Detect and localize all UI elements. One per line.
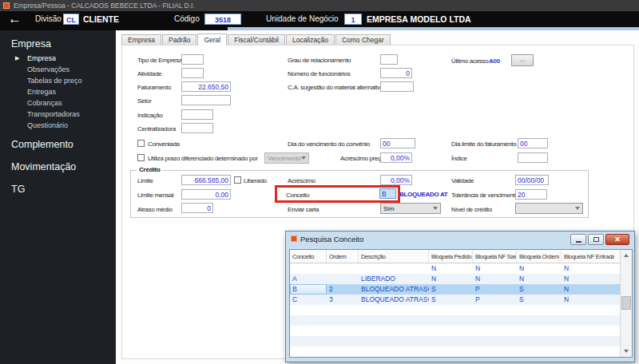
enviar-carta-dropdown[interactable]: Sim <box>380 203 441 214</box>
prazo-dropdown[interactable]: Vencimento <box>264 152 309 164</box>
sidebar-section[interactable]: Movimentação <box>0 153 116 176</box>
limite-mensal-input[interactable]: 0,00 <box>181 189 231 200</box>
ca-sugestao-input[interactable] <box>380 81 414 92</box>
code-label: Código <box>174 11 200 27</box>
centralizadora-input[interactable] <box>181 123 213 133</box>
grid-column-header[interactable]: Conceito <box>290 250 327 263</box>
sidebar-item[interactable]: ▶ Observações <box>0 64 116 75</box>
window-titlebar: Empresa/Pessoa - CALCADOS BEBECE LTDA - … <box>0 0 639 11</box>
nivel-credito-dropdown[interactable] <box>515 203 583 214</box>
close-button[interactable]: ✕ <box>605 234 629 245</box>
division-code-field[interactable]: CL <box>63 14 79 25</box>
sidebar-section[interactable]: Complemento <box>0 131 116 153</box>
sidebar-item[interactable]: ▶ Empresa <box>0 53 116 64</box>
cell-descricao: LIBERADO <box>359 274 429 284</box>
acrescimo-input[interactable]: 0,00% <box>380 175 412 185</box>
acrescimo-preco-input[interactable]: 0,00% <box>380 152 412 163</box>
validade-input[interactable]: 00/00/00 <box>515 175 549 185</box>
utiliza-prazo-checkbox[interactable] <box>137 154 145 161</box>
dialog-title: Pesquisa Conceito <box>300 235 363 243</box>
cell-bloqueia-nf-saida: P <box>473 284 517 295</box>
cell-descricao: BLOQUEADO ATRASO +15 <box>359 284 429 295</box>
header-bar: ← Divisão CL CLIENTE Código 3518 Unidade… <box>0 11 639 27</box>
grid-column-header[interactable]: Bloqueia Ordem <box>517 250 562 263</box>
scrollbar-thumb[interactable] <box>621 296 631 310</box>
grau-relacionamento-input[interactable] <box>380 54 398 65</box>
grid-rows: N N N N A LIBERADO N N N N B 2 BLOQUEADO… <box>290 263 632 305</box>
code-field[interactable]: 3518 <box>204 14 241 25</box>
grid-column-header[interactable]: Bloqueia Pedido <box>429 250 473 263</box>
sidebar-item-label: Entregas <box>27 88 56 96</box>
cell-conceito: C <box>290 295 327 305</box>
tolerancia-input[interactable]: 20 <box>515 189 547 200</box>
limite-mensal-label: Limite mensal <box>137 192 173 199</box>
tab[interactable]: Localização <box>286 34 335 45</box>
sidebar-item[interactable]: ▶ Transportadoras <box>0 109 116 120</box>
cell-ordem: 2 <box>327 284 359 295</box>
validade-label: Validade <box>451 177 474 184</box>
sidebar-nav: Empresa ▶ Empresa ▶ Observações ▶ Tabela… <box>0 30 116 364</box>
atividade-input[interactable] <box>181 68 204 78</box>
chevron-down-icon <box>575 207 580 210</box>
ultimo-acesso-label: Último acesso <box>451 57 488 65</box>
grid-column-header[interactable]: Descrição <box>359 250 429 263</box>
tab[interactable]: Como Chegar <box>335 34 391 45</box>
tab[interactable]: Padrão <box>162 34 196 45</box>
scroll-down-icon[interactable] <box>621 346 632 357</box>
grid-data-row[interactable]: N N N N <box>290 263 621 274</box>
conceito-input[interactable]: B <box>379 188 396 199</box>
tab[interactable]: Fiscal/Contábil <box>228 34 285 45</box>
atraso-medio-label: Atraso médio <box>137 206 173 213</box>
tipo-empresa-input[interactable] <box>181 54 204 65</box>
grid-empty-rows <box>290 305 632 357</box>
liberado-checkbox[interactable] <box>234 176 241 184</box>
cell-conceito <box>290 263 327 274</box>
faturamento-input[interactable]: 22.650,50 <box>181 81 231 92</box>
indice-input[interactable] <box>518 152 548 163</box>
grid-data-row[interactable]: A LIBERADO N N N N <box>290 274 621 284</box>
grid-empty-row <box>290 315 621 326</box>
scroll-up-icon[interactable] <box>621 250 632 261</box>
grid-column-header[interactable]: Bloqueia NF Entrada <box>562 250 614 263</box>
grid-column-header[interactable]: Ordem <box>327 250 359 263</box>
maximize-button[interactable] <box>588 234 604 245</box>
limite-input[interactable]: 666.585,00 <box>181 175 231 185</box>
sidebar-item-label: Questionário <box>27 121 68 129</box>
cell-conceito: B <box>290 284 327 295</box>
grid-column-header[interactable]: Bloqueia NF Saída <box>473 250 517 263</box>
sidebar-item-label: Transportadoras <box>27 110 80 118</box>
minimize-button[interactable] <box>570 234 586 245</box>
sidebar-section-empresa[interactable]: Empresa <box>0 30 116 53</box>
back-arrow-icon[interactable]: ← <box>8 10 22 28</box>
grid-scrollbar[interactable] <box>620 250 632 357</box>
sidebar-item[interactable]: ▶ Cobranças <box>0 97 116 109</box>
indicacao-input[interactable] <box>181 109 213 120</box>
sidebar-section[interactable]: TG <box>0 176 116 198</box>
tab[interactable]: Geral <box>197 34 227 46</box>
nivel-credito-label: Nível de crédito <box>451 206 492 213</box>
tab[interactable]: Empresa <box>121 34 161 45</box>
ultimo-acesso-browse-button[interactable]: ... <box>511 54 534 66</box>
grid-data-row[interactable]: C 3 BLOQUEADO ATRASO+180 S P S N <box>290 295 621 305</box>
sidebar-item[interactable]: ▶ Questionário <box>0 120 116 131</box>
dia-limite-input[interactable]: 00 <box>518 138 548 148</box>
credito-group-title: Crédito <box>137 166 163 173</box>
conveniada-checkbox[interactable] <box>137 140 145 147</box>
setor-input[interactable] <box>181 95 231 105</box>
atraso-medio-input[interactable]: 0 <box>181 203 213 213</box>
business-unit-field[interactable]: 1 <box>344 14 362 25</box>
sidebar-item[interactable]: ▶ Tabelas de preço <box>0 75 116 86</box>
grid-empty-row <box>290 336 621 346</box>
dia-vencimento-input[interactable]: 00 <box>380 138 415 148</box>
conceito-label: Conceito <box>286 192 309 199</box>
conceito-grid: ConceitoOrdemDescriçãoBloqueia PedidoBlo… <box>289 249 633 358</box>
cell-bloqueia-ordem: S <box>517 284 562 295</box>
sidebar-items: ▶ Empresa ▶ Observações ▶ Tabelas de pre… <box>0 53 116 131</box>
sidebar-item[interactable]: ▶ Entregas <box>0 86 116 97</box>
grid-data-row[interactable]: B 2 BLOQUEADO ATRASO +15 S P S N <box>290 284 621 295</box>
cell-bloqueia-pedido: N <box>429 263 473 274</box>
funcionarios-input[interactable]: 0 <box>380 68 412 78</box>
cell-bloqueia-nf-entrada: N <box>562 284 614 295</box>
ca-sugestao-label: C.A. sugestão do material alternativo <box>288 84 383 91</box>
enviar-carta-value: Sim <box>383 205 395 212</box>
